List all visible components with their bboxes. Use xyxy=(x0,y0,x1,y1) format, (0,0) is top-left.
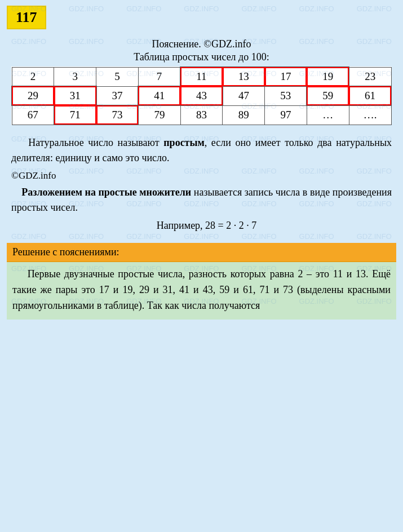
cell-59: 59 xyxy=(307,86,349,105)
cell-37: 37 xyxy=(96,86,139,105)
problem-number-badge: 117 xyxy=(7,6,396,35)
copyright-line: ©GDZ.info xyxy=(11,170,392,181)
table-title: Таблица простых чисел до 100: xyxy=(11,51,392,63)
explanation-title: Пояснение. ©GDZ.info xyxy=(11,38,392,50)
cell-73: 73 xyxy=(96,105,139,125)
cell-23: 23 xyxy=(349,67,391,86)
indent-space3 xyxy=(147,220,157,231)
cell-19: 19 xyxy=(307,67,349,86)
cell-ellipsis1: … xyxy=(307,105,349,125)
cell-79: 79 xyxy=(138,105,180,125)
explanation-block: Пояснение. ©GDZ.info Таблица простых чис… xyxy=(7,35,396,243)
cell-2: 2 xyxy=(12,67,54,86)
example-line: Например, 28 = 2 · 2 · 7 xyxy=(11,220,392,232)
indent-solution xyxy=(12,268,28,280)
cell-11: 11 xyxy=(180,67,223,86)
cell-3: 3 xyxy=(54,67,96,86)
cell-43: 43 xyxy=(180,86,223,105)
cell-41: 41 xyxy=(138,86,180,105)
bold-term-prime: простым xyxy=(163,137,205,148)
solution-block: Первые двузначные простые числа, разност… xyxy=(7,262,396,320)
cell-61: 61 xyxy=(349,86,391,105)
page-container: GDZ.INFOGDZ.INFOGDZ.INFOGDZ.INFOGDZ.INFO… xyxy=(0,0,403,325)
prime-table: 2 3 5 7 11 13 17 19 23 29 31 37 xyxy=(11,66,392,125)
cell-89: 89 xyxy=(223,105,265,125)
factorization-text: Разложением на простые множители называе… xyxy=(11,185,392,215)
definition-text: Натуральное число называют простым, если… xyxy=(11,135,392,166)
cell-53: 53 xyxy=(265,86,307,105)
cell-67: 67 xyxy=(12,105,54,125)
solution-section: Решение с пояснениями: Первые двузначные… xyxy=(7,243,396,320)
cell-17: 17 xyxy=(265,67,307,86)
table-row: 29 31 37 41 43 47 53 59 61 xyxy=(12,86,391,105)
table-row: 67 71 73 79 83 89 97 … …. xyxy=(12,105,391,125)
cell-71: 71 xyxy=(54,105,96,125)
solution-header: Решение с пояснениями: xyxy=(7,243,396,262)
indent-space xyxy=(11,137,28,148)
cell-47: 47 xyxy=(223,86,265,105)
cell-31: 31 xyxy=(54,86,96,105)
cell-13: 13 xyxy=(223,67,265,86)
cell-5: 5 xyxy=(96,67,139,86)
indent-space2 xyxy=(11,187,21,198)
cell-83: 83 xyxy=(180,105,223,125)
cell-7: 7 xyxy=(138,67,180,86)
cell-ellipsis2: …. xyxy=(349,105,391,125)
table-row: 2 3 5 7 11 13 17 19 23 xyxy=(12,67,391,86)
cell-29: 29 xyxy=(12,86,54,105)
prime-table-wrapper: 2 3 5 7 11 13 17 19 23 29 31 37 xyxy=(11,66,392,131)
problem-number: 117 xyxy=(7,6,46,29)
bold-term-factorization: Разложением на простые множители xyxy=(21,187,191,198)
cell-97: 97 xyxy=(265,105,307,125)
